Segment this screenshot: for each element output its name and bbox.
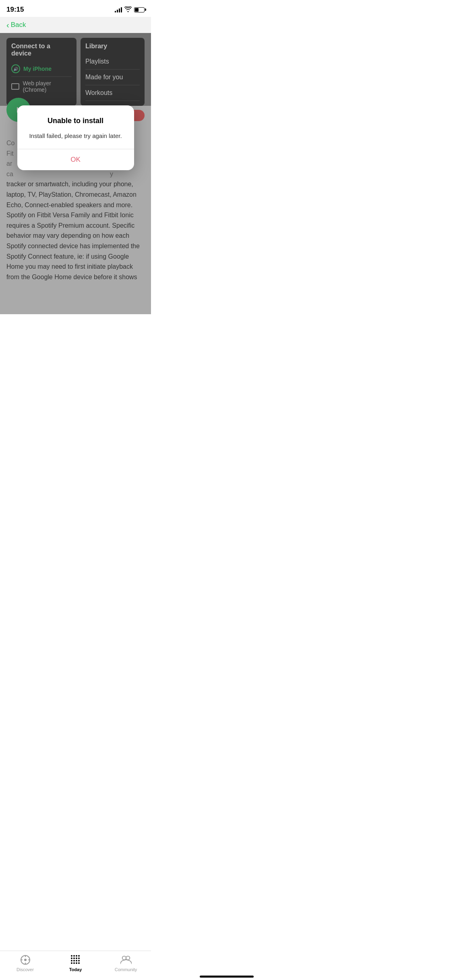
signal-bars-icon (115, 7, 122, 12)
status-icons (115, 6, 145, 13)
wifi-icon (124, 6, 132, 13)
status-time: 19:15 (6, 6, 24, 14)
modal-dialog: Unable to install Install failed, please… (17, 105, 134, 170)
dimmed-background: Connect to a device 🔊 My iPhone Web play… (0, 33, 151, 314)
modal-ok-button[interactable]: OK (27, 149, 124, 170)
status-bar: 19:15 (0, 0, 151, 17)
back-chevron-icon: ‹ (6, 21, 9, 29)
nav-bar: ‹ Back (0, 17, 151, 33)
modal-title: Unable to install (27, 117, 124, 125)
back-button[interactable]: ‹ Back (6, 21, 26, 29)
battery-icon (134, 7, 145, 12)
back-label: Back (11, 21, 26, 29)
page-wrapper: 19:15 (0, 0, 151, 327)
modal-message: Install failed, please try again later. (27, 132, 124, 141)
modal-overlay: Unable to install Install failed, please… (0, 33, 151, 314)
